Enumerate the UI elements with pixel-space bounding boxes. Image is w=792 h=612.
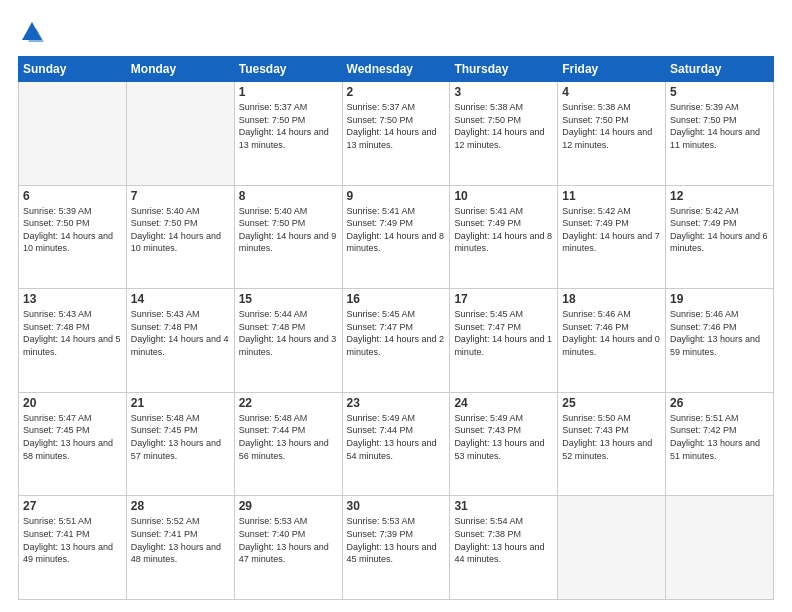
calendar-header-row: SundayMondayTuesdayWednesdayThursdayFrid… bbox=[19, 57, 774, 82]
day-info: Sunrise: 5:51 AM Sunset: 7:41 PM Dayligh… bbox=[23, 515, 122, 565]
day-number: 29 bbox=[239, 499, 338, 513]
calendar-cell: 28Sunrise: 5:52 AM Sunset: 7:41 PM Dayli… bbox=[126, 496, 234, 600]
day-header-thursday: Thursday bbox=[450, 57, 558, 82]
calendar-cell: 30Sunrise: 5:53 AM Sunset: 7:39 PM Dayli… bbox=[342, 496, 450, 600]
week-row-1: 1Sunrise: 5:37 AM Sunset: 7:50 PM Daylig… bbox=[19, 82, 774, 186]
week-row-2: 6Sunrise: 5:39 AM Sunset: 7:50 PM Daylig… bbox=[19, 185, 774, 289]
calendar-cell: 31Sunrise: 5:54 AM Sunset: 7:38 PM Dayli… bbox=[450, 496, 558, 600]
calendar-cell: 19Sunrise: 5:46 AM Sunset: 7:46 PM Dayli… bbox=[666, 289, 774, 393]
calendar-cell: 5Sunrise: 5:39 AM Sunset: 7:50 PM Daylig… bbox=[666, 82, 774, 186]
calendar-cell: 10Sunrise: 5:41 AM Sunset: 7:49 PM Dayli… bbox=[450, 185, 558, 289]
day-info: Sunrise: 5:40 AM Sunset: 7:50 PM Dayligh… bbox=[239, 205, 338, 255]
day-info: Sunrise: 5:38 AM Sunset: 7:50 PM Dayligh… bbox=[562, 101, 661, 151]
day-number: 6 bbox=[23, 189, 122, 203]
header bbox=[18, 18, 774, 46]
day-number: 9 bbox=[347, 189, 446, 203]
calendar-cell: 2Sunrise: 5:37 AM Sunset: 7:50 PM Daylig… bbox=[342, 82, 450, 186]
day-number: 11 bbox=[562, 189, 661, 203]
day-number: 23 bbox=[347, 396, 446, 410]
calendar-cell: 24Sunrise: 5:49 AM Sunset: 7:43 PM Dayli… bbox=[450, 392, 558, 496]
calendar-cell: 4Sunrise: 5:38 AM Sunset: 7:50 PM Daylig… bbox=[558, 82, 666, 186]
calendar-cell: 6Sunrise: 5:39 AM Sunset: 7:50 PM Daylig… bbox=[19, 185, 127, 289]
calendar-cell: 17Sunrise: 5:45 AM Sunset: 7:47 PM Dayli… bbox=[450, 289, 558, 393]
day-info: Sunrise: 5:47 AM Sunset: 7:45 PM Dayligh… bbox=[23, 412, 122, 462]
calendar-table: SundayMondayTuesdayWednesdayThursdayFrid… bbox=[18, 56, 774, 600]
day-number: 13 bbox=[23, 292, 122, 306]
calendar-cell: 14Sunrise: 5:43 AM Sunset: 7:48 PM Dayli… bbox=[126, 289, 234, 393]
day-info: Sunrise: 5:53 AM Sunset: 7:39 PM Dayligh… bbox=[347, 515, 446, 565]
day-number: 26 bbox=[670, 396, 769, 410]
day-info: Sunrise: 5:45 AM Sunset: 7:47 PM Dayligh… bbox=[347, 308, 446, 358]
day-number: 18 bbox=[562, 292, 661, 306]
day-info: Sunrise: 5:46 AM Sunset: 7:46 PM Dayligh… bbox=[562, 308, 661, 358]
day-info: Sunrise: 5:43 AM Sunset: 7:48 PM Dayligh… bbox=[131, 308, 230, 358]
calendar-cell: 22Sunrise: 5:48 AM Sunset: 7:44 PM Dayli… bbox=[234, 392, 342, 496]
day-header-saturday: Saturday bbox=[666, 57, 774, 82]
day-header-wednesday: Wednesday bbox=[342, 57, 450, 82]
day-number: 7 bbox=[131, 189, 230, 203]
calendar-cell: 26Sunrise: 5:51 AM Sunset: 7:42 PM Dayli… bbox=[666, 392, 774, 496]
day-number: 14 bbox=[131, 292, 230, 306]
calendar-cell: 25Sunrise: 5:50 AM Sunset: 7:43 PM Dayli… bbox=[558, 392, 666, 496]
day-header-monday: Monday bbox=[126, 57, 234, 82]
day-number: 19 bbox=[670, 292, 769, 306]
week-row-3: 13Sunrise: 5:43 AM Sunset: 7:48 PM Dayli… bbox=[19, 289, 774, 393]
day-info: Sunrise: 5:37 AM Sunset: 7:50 PM Dayligh… bbox=[239, 101, 338, 151]
day-info: Sunrise: 5:52 AM Sunset: 7:41 PM Dayligh… bbox=[131, 515, 230, 565]
day-info: Sunrise: 5:39 AM Sunset: 7:50 PM Dayligh… bbox=[670, 101, 769, 151]
calendar-cell: 7Sunrise: 5:40 AM Sunset: 7:50 PM Daylig… bbox=[126, 185, 234, 289]
day-number: 24 bbox=[454, 396, 553, 410]
day-number: 28 bbox=[131, 499, 230, 513]
day-number: 20 bbox=[23, 396, 122, 410]
logo-icon bbox=[18, 18, 46, 46]
page: SundayMondayTuesdayWednesdayThursdayFrid… bbox=[0, 0, 792, 612]
day-info: Sunrise: 5:53 AM Sunset: 7:40 PM Dayligh… bbox=[239, 515, 338, 565]
day-number: 31 bbox=[454, 499, 553, 513]
day-header-friday: Friday bbox=[558, 57, 666, 82]
day-info: Sunrise: 5:48 AM Sunset: 7:44 PM Dayligh… bbox=[239, 412, 338, 462]
day-info: Sunrise: 5:48 AM Sunset: 7:45 PM Dayligh… bbox=[131, 412, 230, 462]
day-info: Sunrise: 5:46 AM Sunset: 7:46 PM Dayligh… bbox=[670, 308, 769, 358]
calendar-cell: 11Sunrise: 5:42 AM Sunset: 7:49 PM Dayli… bbox=[558, 185, 666, 289]
calendar-cell: 3Sunrise: 5:38 AM Sunset: 7:50 PM Daylig… bbox=[450, 82, 558, 186]
calendar-cell: 12Sunrise: 5:42 AM Sunset: 7:49 PM Dayli… bbox=[666, 185, 774, 289]
day-info: Sunrise: 5:41 AM Sunset: 7:49 PM Dayligh… bbox=[347, 205, 446, 255]
calendar-cell: 20Sunrise: 5:47 AM Sunset: 7:45 PM Dayli… bbox=[19, 392, 127, 496]
day-header-tuesday: Tuesday bbox=[234, 57, 342, 82]
day-info: Sunrise: 5:41 AM Sunset: 7:49 PM Dayligh… bbox=[454, 205, 553, 255]
day-info: Sunrise: 5:39 AM Sunset: 7:50 PM Dayligh… bbox=[23, 205, 122, 255]
day-number: 30 bbox=[347, 499, 446, 513]
day-info: Sunrise: 5:42 AM Sunset: 7:49 PM Dayligh… bbox=[670, 205, 769, 255]
day-info: Sunrise: 5:37 AM Sunset: 7:50 PM Dayligh… bbox=[347, 101, 446, 151]
day-number: 1 bbox=[239, 85, 338, 99]
day-number: 2 bbox=[347, 85, 446, 99]
calendar-cell: 16Sunrise: 5:45 AM Sunset: 7:47 PM Dayli… bbox=[342, 289, 450, 393]
calendar-cell: 9Sunrise: 5:41 AM Sunset: 7:49 PM Daylig… bbox=[342, 185, 450, 289]
calendar-cell: 15Sunrise: 5:44 AM Sunset: 7:48 PM Dayli… bbox=[234, 289, 342, 393]
day-number: 27 bbox=[23, 499, 122, 513]
day-number: 12 bbox=[670, 189, 769, 203]
day-info: Sunrise: 5:42 AM Sunset: 7:49 PM Dayligh… bbox=[562, 205, 661, 255]
week-row-4: 20Sunrise: 5:47 AM Sunset: 7:45 PM Dayli… bbox=[19, 392, 774, 496]
day-number: 25 bbox=[562, 396, 661, 410]
day-number: 15 bbox=[239, 292, 338, 306]
day-number: 8 bbox=[239, 189, 338, 203]
day-info: Sunrise: 5:54 AM Sunset: 7:38 PM Dayligh… bbox=[454, 515, 553, 565]
calendar-cell bbox=[126, 82, 234, 186]
calendar-cell: 1Sunrise: 5:37 AM Sunset: 7:50 PM Daylig… bbox=[234, 82, 342, 186]
day-number: 17 bbox=[454, 292, 553, 306]
day-info: Sunrise: 5:44 AM Sunset: 7:48 PM Dayligh… bbox=[239, 308, 338, 358]
calendar-cell: 18Sunrise: 5:46 AM Sunset: 7:46 PM Dayli… bbox=[558, 289, 666, 393]
calendar-cell: 13Sunrise: 5:43 AM Sunset: 7:48 PM Dayli… bbox=[19, 289, 127, 393]
calendar-cell: 8Sunrise: 5:40 AM Sunset: 7:50 PM Daylig… bbox=[234, 185, 342, 289]
week-row-5: 27Sunrise: 5:51 AM Sunset: 7:41 PM Dayli… bbox=[19, 496, 774, 600]
day-info: Sunrise: 5:43 AM Sunset: 7:48 PM Dayligh… bbox=[23, 308, 122, 358]
calendar-cell: 27Sunrise: 5:51 AM Sunset: 7:41 PM Dayli… bbox=[19, 496, 127, 600]
day-info: Sunrise: 5:49 AM Sunset: 7:44 PM Dayligh… bbox=[347, 412, 446, 462]
day-info: Sunrise: 5:45 AM Sunset: 7:47 PM Dayligh… bbox=[454, 308, 553, 358]
calendar-cell: 21Sunrise: 5:48 AM Sunset: 7:45 PM Dayli… bbox=[126, 392, 234, 496]
calendar-cell: 29Sunrise: 5:53 AM Sunset: 7:40 PM Dayli… bbox=[234, 496, 342, 600]
day-info: Sunrise: 5:50 AM Sunset: 7:43 PM Dayligh… bbox=[562, 412, 661, 462]
day-header-sunday: Sunday bbox=[19, 57, 127, 82]
day-info: Sunrise: 5:40 AM Sunset: 7:50 PM Dayligh… bbox=[131, 205, 230, 255]
